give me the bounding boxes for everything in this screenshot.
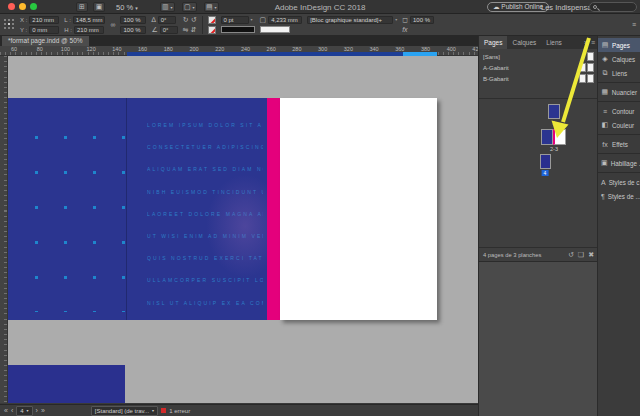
pages-panel-footer: 4 pages de 3 planches ↺ ❏ ✖ [479, 247, 598, 261]
vertical-ruler[interactable] [0, 56, 8, 403]
dock-item-calques[interactable]: ◈Calques [598, 52, 640, 66]
dock-item-styles-paragraphe[interactable]: ¶Styles de ... [598, 189, 640, 203]
magenta-spine-strip[interactable] [267, 98, 280, 320]
dock-item-contour[interactable]: ≡Contour [598, 104, 640, 118]
corner-radius-field[interactable]: 4,233 mm [268, 16, 302, 24]
dot-pattern-area [14, 114, 127, 312]
separator [202, 16, 203, 34]
dock-item-styles-caractere[interactable]: AStyles de c... [598, 175, 640, 189]
window-zoom-button[interactable] [30, 3, 37, 10]
height-field[interactable]: 210 mm [74, 26, 104, 34]
trash-icon[interactable]: ✖ [588, 251, 594, 259]
text-wrap-icon: ▣ [601, 159, 608, 167]
app-window-icon[interactable]: ▣ [93, 2, 105, 12]
page-4-thumbnail[interactable] [540, 154, 551, 169]
panel-tab-bar: Pages Calques Liens » ≡ [479, 36, 598, 49]
color-icon: ◧ [601, 121, 609, 129]
swatch-preview[interactable] [260, 26, 290, 33]
last-page-icon[interactable]: » [41, 406, 45, 416]
page-2-thumbnail[interactable] [541, 129, 553, 145]
master-page-row[interactable]: B-Gabarit [479, 73, 598, 84]
dock-item-habillage[interactable]: ▣Habillage ... [598, 156, 640, 170]
ruler-page-highlight [127, 52, 403, 56]
flip-vertical-icon[interactable]: ⇵ [191, 26, 197, 34]
page-number-dropdown[interactable]: 4▾ [16, 406, 32, 416]
document-canvas[interactable]: LOREM IPSUM DOLOR SIT AMCONSECTETUER ADI… [8, 56, 478, 403]
edit-spread-icon[interactable]: ↺ [568, 251, 574, 259]
publish-online-button[interactable]: ☁ Publish Online [487, 2, 549, 12]
x-label: X : [20, 17, 27, 23]
app-grid-icon[interactable]: ⊞ [76, 2, 88, 12]
stroke-weight-dropdown[interactable]: 0 pt [221, 16, 249, 24]
rotate-ccw-icon[interactable]: ↺ [191, 16, 197, 24]
x-position-field[interactable]: 210 mm [29, 16, 59, 24]
pages-icon: ▤ [601, 41, 609, 49]
separator [598, 134, 640, 135]
arrange-documents-icon[interactable]: ▤ ▾ [204, 2, 219, 12]
scale-x-field[interactable]: 100 % [120, 16, 146, 24]
panel-menu-icon[interactable]: ≡ [591, 39, 595, 46]
master-page-row[interactable]: [Sans] [479, 51, 598, 62]
opacity-field[interactable]: 100 % [410, 16, 434, 24]
page-1-thumbnail[interactable] [548, 104, 560, 119]
scale-y-field[interactable]: 100 % [120, 26, 146, 34]
dropdown-icon: ▾ [395, 18, 397, 22]
screen-mode-icon[interactable]: ▢ ▾ [182, 2, 197, 12]
width-field[interactable]: 148,5 mm [73, 16, 106, 24]
master-thumb [579, 74, 586, 83]
next-spread-page[interactable] [8, 365, 125, 403]
page-3-thumbnail[interactable] [553, 129, 566, 145]
constrain-proportions-icon[interactable]: ∞ [110, 21, 115, 29]
zoom-level-dropdown[interactable]: 50 % ▾ [116, 3, 138, 12]
page-4-label-selected[interactable]: 4 [542, 170, 549, 176]
dock-item-couleur[interactable]: ◧Couleur [598, 118, 640, 132]
tab-liens[interactable]: Liens [541, 36, 567, 49]
dock-item-label: Contour [612, 108, 634, 115]
y-position-field[interactable]: 0 mm [29, 26, 59, 34]
new-page-icon[interactable]: ❏ [578, 251, 584, 259]
master-page-row[interactable]: A-Gabarit [479, 62, 598, 73]
first-page-icon[interactable]: « [4, 406, 8, 416]
rotation-field[interactable]: 0° [158, 16, 176, 24]
stroke-swatch-none[interactable] [208, 26, 216, 34]
page-1-label: 1 [552, 120, 555, 126]
page-3-white[interactable] [280, 98, 437, 320]
dock-item-pages[interactable]: ▤Pages [598, 38, 640, 52]
dock-item-label: Nuancier [612, 89, 637, 96]
search-input[interactable] [589, 2, 637, 12]
master-page-label: A-Gabarit [483, 65, 509, 71]
lorem-text-line: LOREM IPSUM DOLOR SIT AM [147, 114, 263, 136]
effects-icon[interactable]: fx [402, 26, 407, 34]
chevron-down-icon: ▾ [135, 5, 138, 11]
window-minimize-button[interactable] [19, 3, 26, 10]
preflight-error-indicator [161, 408, 166, 413]
separator [598, 153, 640, 154]
tab-calques[interactable]: Calques [507, 36, 541, 49]
dock-item-nuancier[interactable]: ▦Nuancier [598, 85, 640, 99]
corner-options-icon: ▢ [260, 16, 267, 24]
next-page-icon[interactable]: › [36, 406, 38, 416]
reference-point-proxy[interactable] [4, 19, 15, 30]
master-pages-list: [Sans]A-GabaritB-Gabarit [479, 51, 598, 84]
flip-horizontal-icon[interactable]: ⇋ [183, 26, 189, 34]
tab-pages[interactable]: Pages [479, 36, 507, 49]
page-2-blue[interactable]: LOREM IPSUM DOLOR SIT AMCONSECTETUER ADI… [8, 98, 267, 320]
width-label: L : [64, 17, 70, 23]
fill-swatch-none[interactable] [208, 16, 216, 24]
dock-item-liens[interactable]: ⧉Liens [598, 66, 640, 80]
stroke-style-dropdown[interactable] [221, 26, 255, 33]
rotate-cw-icon[interactable]: ↻ [183, 16, 189, 24]
object-style-dropdown[interactable]: [Bloc graphique standard]+ [307, 16, 393, 24]
layers-icon: ◈ [601, 55, 609, 63]
window-close-button[interactable] [8, 3, 15, 10]
dock-item-effets[interactable]: fxEffets [598, 137, 640, 151]
preflight-profile-dropdown[interactable]: [Standard] (de trav...▾ [91, 406, 158, 416]
dock-item-label: Habillage ... [611, 160, 640, 167]
document-tab[interactable]: *format page.indd @ 50% [2, 36, 89, 46]
view-options-icon[interactable]: ▥ ▾ [160, 2, 175, 12]
pages-panel: Pages Calques Liens » ≡ [Sans]A-GabaritB… [479, 36, 598, 262]
shear-field[interactable]: 0° [160, 26, 178, 34]
control-panel-menu-icon[interactable]: ≡ [632, 21, 636, 29]
panel-collapse-icon[interactable]: » [584, 39, 588, 46]
previous-page-icon[interactable]: ‹ [11, 406, 13, 416]
